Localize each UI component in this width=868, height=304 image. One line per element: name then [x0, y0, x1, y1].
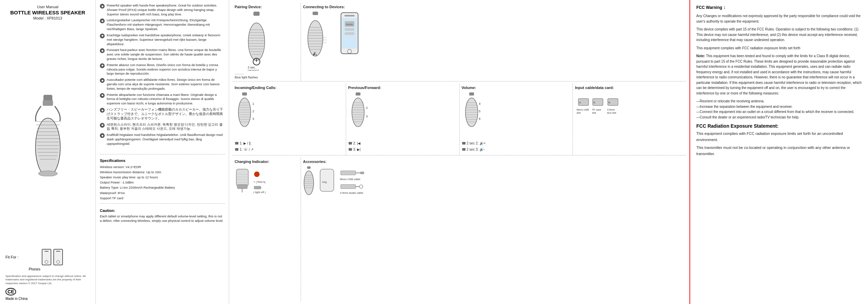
spec-item-6: Waterproof: IPX4 [100, 190, 225, 195]
fcc-panel: FCC Warning： Any Changes or modification… [690, 0, 868, 304]
svg-text:1: 1 [252, 102, 254, 105]
volume-ctrl-2: ☎ 2 sec 3: 🔊- [462, 147, 571, 153]
spec-item-3: Speaker music play time: up to 12 hours [100, 175, 225, 180]
fcc-radiation-title: FCC Radiation Exposure Statement: [696, 123, 862, 129]
svg-text:4:: 4: [579, 101, 581, 104]
diagram-accessories: Accessories: [301, 157, 686, 301]
svg-rect-1 [43, 100, 53, 106]
fcc-para-1: Any Changes or modifications not express… [696, 13, 862, 24]
svg-text:5: 5 [479, 110, 481, 113]
svg-rect-70 [356, 92, 360, 96]
diagram-incoming: Incoming/Ending Calls: 1 2 3 [233, 84, 346, 155]
svg-text:3: 3 [252, 117, 254, 121]
diagram-connecting: Connecting to Devices: [301, 3, 686, 81]
diagrams-middle-row: Incoming/Ending Calls: 1 2 3 [233, 84, 686, 155]
accessories-label: Accessories: [303, 160, 684, 164]
disclaimer-text: Specification and appearance subject to … [5, 275, 90, 285]
connecting-label: Connecting to Devices: [303, 5, 684, 9]
specs-list: Wireless version: V4.2+EDR Wireless tran… [100, 164, 225, 201]
feature-item-1: Powerful speaker with hands-free speaker… [100, 3, 225, 16]
pairing-label: Pairing Device: [235, 5, 299, 9]
feature-item-10: Kraftfullt högtalare med handsfree högta… [100, 133, 225, 146]
svg-rect-135 [341, 185, 356, 189]
ce-logo: CE [5, 288, 90, 295]
fit-for-label: Fit For : [5, 249, 63, 265]
diagrams-bottom-row: Charging Indicator: [233, 157, 686, 301]
svg-point-18 [248, 23, 265, 61]
svg-text:5:: 5: [593, 101, 596, 104]
accessories-content: bag Micro USB cable 3.5mm Audio cable [303, 166, 684, 207]
svg-text:Micro USB: Micro USB [577, 108, 589, 111]
diagram-previous: Previous/Forward: 2 3 [346, 84, 460, 155]
model-number: Model : XP81013 [5, 16, 90, 20]
caution-section: Caution: Each tablet or smartphone may a… [100, 208, 225, 223]
svg-text:3 sec.: 3 sec. [248, 66, 256, 69]
svg-text:2: 2 [252, 110, 254, 113]
feature-item-7: Potente altoparlante con funzione chiama… [100, 93, 225, 106]
fcc-measures: —Reorient or relocate the receiving ante… [696, 99, 862, 120]
fcc-para-3: This equipment complies with FCC radiati… [696, 46, 862, 51]
spec-item-4: Output Power: -1.0dBm [100, 180, 225, 185]
incoming-ctrl-1: ☎ 1: ▶ / ‖ [235, 140, 344, 147]
fcc-measure-4: —Consult the dealer or an experienced ra… [696, 115, 862, 120]
bullet-icon-1 [100, 4, 105, 9]
bullet-icon-3 [100, 34, 105, 38]
feature-item-5: Potente altavoz con manos libres. Diseño… [100, 63, 225, 76]
specs-title: Specifications [100, 159, 225, 163]
spec-item-2: Wireless transmission distance: Up to 10… [100, 169, 225, 175]
volume-controls: ☎ 2 sec 2: 🔊+ ☎ 2 sec 3: 🔊- [462, 140, 571, 153]
features-panel: Powerful speaker with hands-free speaker… [96, 0, 229, 304]
svg-text:slot: slot [577, 111, 581, 114]
volume-label: Volume: [462, 86, 571, 90]
svg-point-121 [304, 171, 314, 195]
spec-item-5: Battery Type: Li-ion 2200mAh Rechargeabl… [100, 185, 225, 190]
svg-text:4: 4 [479, 102, 481, 105]
svg-rect-33 [313, 12, 318, 15]
fcc-note-text: This equipment has been tested and found… [696, 54, 862, 95]
svg-text:6:: 6: [608, 101, 611, 104]
title-section: User Manual BOTTLE WIRELESS SPEAKER Mode… [5, 5, 90, 20]
feature-item-8: ハンズフリー・スピーカーフォン機能搭載のカカスピーカー。強力な吊り下げストラップ… [100, 107, 225, 121]
user-manual-label: User Manual [5, 5, 90, 9]
svg-text:3: 3 [366, 115, 368, 118]
previous-label: Previous/Forward: [348, 86, 457, 90]
feature-item-4: Puissant haut-parleur avec fonction main… [100, 48, 225, 61]
feature-item-6: Auscultador potente com altifalante mãos… [100, 78, 225, 91]
svg-point-116 [254, 172, 260, 177]
diagram-input: Input cable/data card: 4: 5: 6: Micro US… [573, 84, 686, 155]
svg-rect-17 [253, 12, 260, 16]
connecting-diagrams: ⮙ ····· ····· ····· Bottle [303, 11, 684, 66]
diagram-pairing: Pairing Device: [233, 3, 301, 81]
svg-text:Micro USB cable: Micro USB cable [340, 178, 360, 181]
svg-text:2: 2 [366, 106, 368, 110]
connecting-speaker-svg: ⮙ ····· ····· ····· [303, 11, 330, 66]
volume-svg: 4 5 6 [462, 92, 499, 140]
svg-text:slot: slot [592, 111, 596, 114]
pairing-svg: 3 sec. ON/OFF [235, 11, 289, 71]
fcc-warning-title: FCC Warning： [696, 5, 862, 11]
svg-text:3.5mm: 3.5mm [607, 108, 615, 111]
svg-rect-53 [345, 28, 354, 31]
bullet-icon-10 [100, 133, 105, 138]
caution-text: Each tablet or smartphone may apply diff… [100, 214, 225, 223]
incoming-ctrl-2: ☎ 1: ☏ / ↗ [235, 147, 344, 153]
previous-ctrl-1: ☎ 2: |◀ [348, 140, 457, 147]
diagram-charging: Charging Indicator: [233, 157, 301, 301]
previous-controls: ☎ 2: |◀ ☎ 3: ▶| [348, 140, 457, 153]
svg-text:ON/OFF: ON/OFF [248, 69, 259, 71]
svg-rect-56 [242, 92, 247, 96]
bottle-illustration [32, 94, 63, 176]
fcc-note: Note: This equipment has been tested and… [696, 53, 862, 96]
svg-rect-120 [307, 166, 311, 169]
fcc-note-title: Note: [696, 54, 705, 58]
bullet-icon-8 [100, 108, 105, 113]
volume-ctrl-1: ☎ 2 sec 2: 🔊+ [462, 140, 571, 147]
svg-text:TF card: TF card [592, 108, 601, 111]
charging-content: + ( Red light ) ( light off ) [235, 166, 299, 200]
svg-rect-118 [254, 186, 261, 189]
diagrams-top-row: Pairing Device: [233, 3, 686, 81]
svg-rect-131 [341, 171, 356, 175]
svg-text:⮙: ⮙ [313, 51, 317, 56]
svg-text:3.5mm Audio cable: 3.5mm Audio cable [340, 191, 364, 194]
divider-2 [100, 203, 225, 204]
